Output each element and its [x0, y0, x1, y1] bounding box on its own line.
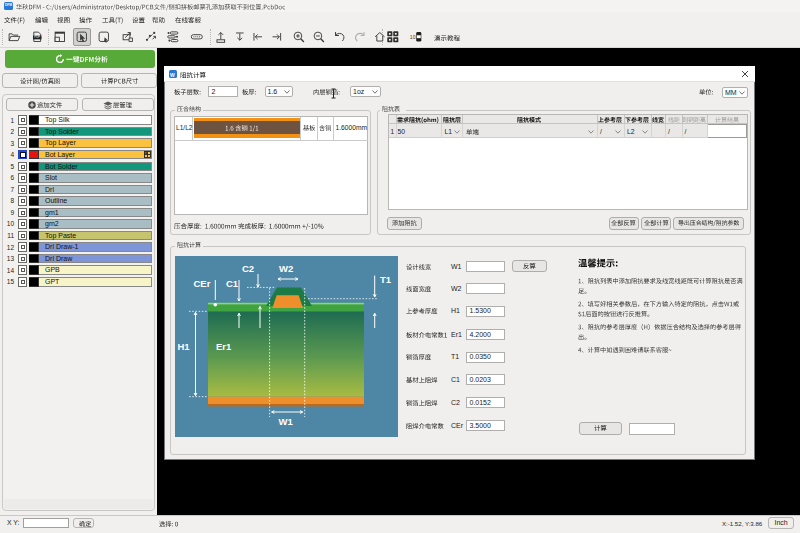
svg-text:10: 10: [410, 34, 416, 40]
svg-text:PDF: PDF: [35, 35, 41, 39]
